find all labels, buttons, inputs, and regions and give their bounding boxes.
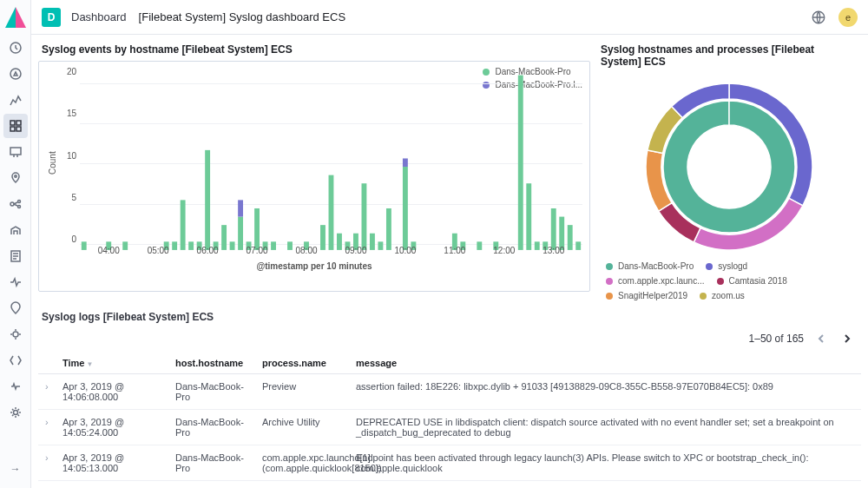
svg-rect-40 — [362, 183, 367, 250]
page-next-button[interactable] — [838, 330, 856, 347]
expand-row-icon[interactable]: › — [45, 452, 49, 463]
panel-syslog-hostnames: Syslog hostnames and processes [Filebeat… — [597, 42, 861, 304]
nav-apm-icon[interactable] — [3, 270, 28, 294]
col-header-message[interactable]: message — [349, 353, 861, 374]
cell-process: Archive Utility — [255, 410, 349, 445]
cell-process: syslogd — [255, 481, 349, 489]
cell-message: ASL Sender Statistics — [349, 481, 861, 489]
nav-visualize-icon[interactable] — [3, 88, 28, 112]
svg-rect-30 — [254, 208, 260, 250]
cell-host: Dans-MacBook-Pro — [168, 410, 255, 445]
breadcrumb-current: [Filebeat System] Syslog dashboard ECS — [139, 10, 345, 23]
svg-rect-55 — [551, 208, 556, 250]
col-header-time[interactable]: Time▼ — [56, 353, 168, 374]
nav-management-icon[interactable] — [3, 400, 28, 425]
panel-title: Syslog logs [Filebeat System] ECS — [38, 309, 861, 330]
nav-devtools-icon[interactable] — [3, 348, 28, 373]
donut-chart-legend: Dans-MacBook-Prosyslogdcom.apple.xpc.lau… — [597, 260, 861, 304]
svg-rect-43 — [386, 208, 391, 250]
expand-row-icon[interactable]: › — [45, 417, 49, 427]
nav-infra-icon[interactable] — [3, 218, 28, 242]
cell-time: Apr 3, 2019 @ 14:05:24.000 — [56, 410, 168, 445]
bar-chart-ylabel: Count — [46, 67, 59, 260]
svg-point-1 — [10, 69, 21, 79]
header: D Dashboard [Filebeat System] Syslog das… — [31, 0, 868, 35]
panel-title: Syslog hostnames and processes [Filebeat… — [597, 42, 861, 73]
nav-uptime-icon[interactable] — [3, 296, 28, 320]
logs-table: Time▼ host.hostname process.name message… — [38, 353, 861, 488]
cell-message: assertion failed: 18E226: libxpc.dylib +… — [349, 374, 861, 410]
svg-rect-20 — [181, 200, 186, 250]
page-prev-button[interactable] — [812, 330, 830, 347]
table-row[interactable]: ›Apr 3, 2019 @ 14:03:36.000Dans-MacBook-… — [38, 481, 861, 489]
kibana-logo[interactable] — [5, 7, 26, 28]
svg-point-10 — [17, 206, 20, 208]
cell-message: Endpoint has been activated through lega… — [349, 445, 861, 481]
svg-rect-45 — [403, 158, 408, 167]
svg-rect-28 — [238, 200, 243, 216]
svg-rect-51 — [518, 76, 523, 250]
table-row[interactable]: ›Apr 3, 2019 @ 14:05:13.000Dans-MacBook-… — [38, 445, 861, 481]
panel-syslog-logs: Syslog logs [Filebeat System] ECS 1–50 o… — [38, 309, 861, 488]
nav-monitoring-icon[interactable] — [3, 374, 28, 399]
cell-time: Apr 3, 2019 @ 14:03:36.000 — [56, 481, 168, 489]
bar-chart — [80, 67, 582, 250]
svg-rect-23 — [205, 150, 210, 250]
cell-process: com.apple.xpc.launchd[1] (com.apple.quic… — [255, 445, 349, 481]
cell-process: Preview — [255, 374, 349, 410]
svg-rect-44 — [403, 167, 408, 250]
sidebar-collapse-button[interactable]: → — [3, 457, 28, 481]
panel-title: Syslog events by hostname [Filebeat Syst… — [38, 42, 590, 61]
table-row[interactable]: ›Apr 3, 2019 @ 14:06:08.000Dans-MacBook-… — [38, 374, 861, 410]
svg-rect-52 — [526, 183, 531, 250]
col-header-process[interactable]: process.name — [255, 353, 349, 374]
panel-syslog-events: Syslog events by hostname [Filebeat Syst… — [38, 42, 590, 304]
svg-point-13 — [13, 411, 17, 415]
cell-host: Dans-MacBook-Pro — [168, 374, 255, 410]
svg-point-9 — [17, 201, 20, 203]
cell-time: Apr 3, 2019 @ 14:06:08.000 — [56, 374, 168, 410]
newsfeed-icon[interactable] — [811, 10, 826, 25]
pagination-text: 1–50 of 165 — [749, 333, 804, 345]
expand-row-icon[interactable]: › — [45, 381, 49, 392]
svg-point-7 — [14, 175, 16, 177]
nav-discover-icon[interactable] — [3, 62, 28, 86]
bar-chart-xlabel: @timestamp per 10 minutes — [46, 261, 582, 271]
nav-maps-icon[interactable] — [3, 166, 28, 190]
donut-chart — [642, 80, 816, 254]
nav-recent-icon[interactable] — [3, 36, 28, 60]
cell-host: Dans-MacBook-Pro — [168, 445, 255, 481]
breadcrumb-root[interactable]: Dashboard — [71, 10, 127, 23]
nav-canvas-icon[interactable] — [3, 140, 28, 164]
app-badge[interactable]: D — [42, 8, 61, 27]
breadcrumb: Dashboard [Filebeat System] Syslog dashb… — [71, 10, 345, 23]
nav-logs-icon[interactable] — [3, 244, 28, 268]
svg-rect-36 — [329, 175, 334, 250]
svg-rect-3 — [16, 121, 21, 125]
cell-message: DEPRECATED USE in libdispatch client: di… — [349, 410, 861, 445]
table-row[interactable]: ›Apr 3, 2019 @ 14:05:24.000Dans-MacBook-… — [38, 410, 861, 445]
cell-host: Dans-MacBook-Pro — [168, 481, 255, 489]
bar-chart-xticks: 04:0005:0006:0007:0008:0009:0010:0011:00… — [80, 246, 582, 260]
nav-siem-icon[interactable] — [3, 322, 28, 346]
cell-time: Apr 3, 2019 @ 14:05:13.000 — [56, 445, 168, 481]
bar-chart-yticks: 20151050 — [59, 67, 80, 244]
svg-point-12 — [13, 332, 18, 337]
user-avatar[interactable]: e — [838, 8, 858, 27]
svg-rect-5 — [16, 127, 21, 131]
sidebar: → — [0, 0, 31, 488]
svg-rect-6 — [10, 148, 21, 155]
svg-point-8 — [10, 202, 14, 206]
col-header-host[interactable]: host.hostname — [168, 353, 255, 374]
nav-ml-icon[interactable] — [3, 192, 28, 216]
svg-rect-2 — [10, 121, 15, 125]
svg-rect-4 — [10, 127, 15, 131]
nav-dashboard-icon[interactable] — [3, 114, 28, 138]
